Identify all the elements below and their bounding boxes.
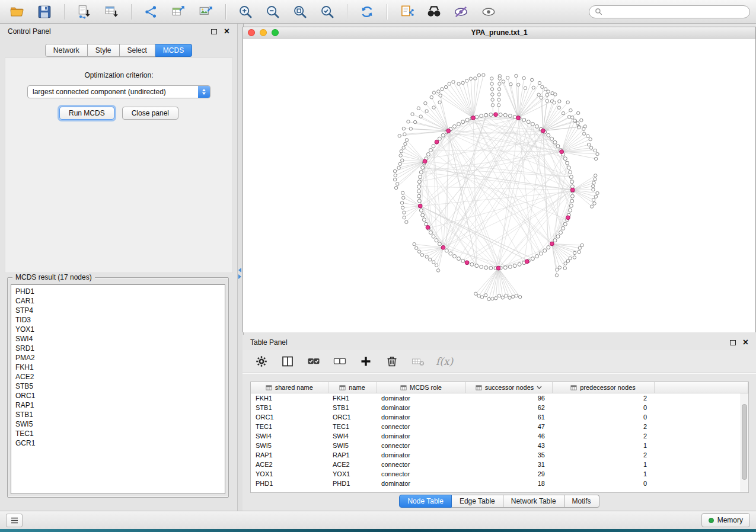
toolbar-button-zoom-fit[interactable]: [289, 2, 311, 21]
table-cell: PHD1: [328, 479, 377, 488]
table-tab-edge-table[interactable]: Edge Table: [452, 495, 503, 508]
float-table-panel-icon[interactable]: [730, 340, 736, 345]
column-header-name[interactable]: name: [328, 382, 377, 393]
toolbar-icon-group: [6, 2, 500, 21]
zoom-window-icon[interactable]: [272, 29, 279, 36]
result-node[interactable]: SWI4: [11, 334, 225, 344]
node-table-container: shared namenameMCDS rolesuccessor nodesp…: [250, 382, 749, 493]
column-header-mcds-role[interactable]: MCDS role: [377, 382, 465, 393]
network-window-titlebar[interactable]: YPA_prune.txt_1: [243, 27, 755, 39]
result-node[interactable]: RAP1: [11, 400, 225, 410]
network-canvas[interactable]: [243, 39, 755, 332]
table-cell: ACE2: [251, 460, 328, 469]
control-panel-header: Control Panel ×: [0, 24, 237, 39]
table-row[interactable]: STB1STB1dominator620: [251, 403, 748, 412]
column-header-successor-nodes[interactable]: successor nodes: [465, 382, 552, 393]
memory-button[interactable]: Memory: [701, 513, 750, 527]
table-toolbar-button-delete-row[interactable]: [384, 353, 400, 370]
toolbar-button-refresh-layout[interactable]: [356, 2, 378, 21]
search-field[interactable]: [589, 5, 750, 18]
table-row[interactable]: YOX1YOX1connector291: [251, 469, 748, 479]
close-panel-icon[interactable]: ×: [224, 27, 229, 36]
table-toolbar-button-clear-row[interactable]: [410, 353, 426, 370]
float-panel-icon[interactable]: [211, 29, 217, 34]
table-row[interactable]: RAP1RAP1dominator352: [251, 450, 748, 460]
toolbar-button-import-table[interactable]: [100, 2, 123, 21]
function-builder-button[interactable]: f(x): [436, 355, 453, 367]
toolbar-button-show-all[interactable]: [477, 2, 500, 21]
table-cell: dominator: [377, 412, 465, 422]
add-row-icon: [359, 354, 373, 368]
result-node[interactable]: CAR1: [11, 296, 225, 306]
toolbar-button-hide-selected[interactable]: [450, 2, 473, 21]
tab-mcds[interactable]: MCDS: [155, 44, 192, 57]
table-row[interactable]: FKH1FKH1dominator962: [251, 393, 748, 403]
table-row[interactable]: SWI5SWI5connector431: [251, 441, 748, 450]
refresh-layout-icon: [359, 4, 375, 20]
toolbar-button-search-network[interactable]: [423, 2, 445, 21]
toolbar-separator: [131, 4, 132, 20]
toolbar-button-open-folder[interactable]: [6, 2, 28, 21]
close-table-panel-icon[interactable]: ×: [743, 338, 748, 347]
splitter-collapse-icons[interactable]: [238, 268, 241, 279]
result-node[interactable]: TID3: [11, 315, 225, 325]
table-toolbar-button-add-row[interactable]: [358, 353, 374, 370]
table-scrollbar-thumb[interactable]: [742, 404, 747, 480]
tab-style[interactable]: Style: [88, 44, 120, 57]
table-tab-network-table[interactable]: Network Table: [503, 495, 564, 508]
toolbar-button-export-network[interactable]: [140, 2, 162, 21]
toolbar-button-import-network[interactable]: [73, 2, 95, 21]
table-row[interactable]: ORC1ORC1dominator610: [251, 412, 748, 422]
export-image-icon: [198, 4, 213, 20]
result-node[interactable]: SWI5: [11, 419, 225, 429]
result-node[interactable]: FKH1: [11, 363, 225, 372]
result-node[interactable]: STP4: [11, 306, 225, 315]
table-cell: 2: [552, 393, 654, 403]
column-header-predecessor-nodes[interactable]: predecessor nodes: [552, 382, 654, 393]
toolbar-button-share-document[interactable]: [395, 2, 418, 21]
result-node[interactable]: TEC1: [11, 429, 225, 438]
table-cell: connector: [377, 460, 465, 469]
table-tab-motifs[interactable]: Motifs: [564, 495, 599, 508]
result-node[interactable]: GCR1: [11, 438, 225, 448]
criterion-dropdown[interactable]: largest connected component (undirected): [27, 85, 210, 98]
close-window-icon[interactable]: [248, 29, 255, 36]
collapse-right-icon[interactable]: [238, 274, 241, 279]
result-node[interactable]: STB1: [11, 410, 225, 419]
collapse-left-icon[interactable]: [238, 268, 241, 273]
result-node[interactable]: STB5: [11, 382, 225, 391]
status-menu-button[interactable]: [6, 514, 23, 527]
toolbar-button-save[interactable]: [33, 2, 56, 21]
toolbar-button-zoom-in[interactable]: [234, 2, 257, 21]
toolbar-button-export-image[interactable]: [194, 2, 217, 21]
table-toolbar-button-select-all[interactable]: [305, 353, 322, 370]
result-node[interactable]: ACE2: [11, 372, 225, 382]
table-row[interactable]: TEC1TEC1connector472: [251, 422, 748, 431]
table-toolbar-button-columns[interactable]: [279, 353, 296, 370]
result-node[interactable]: PMA2: [11, 353, 225, 363]
table-tab-node-table[interactable]: Node Table: [399, 495, 452, 508]
result-node[interactable]: YOX1: [11, 325, 225, 334]
table-toolbar-button-deselect-all[interactable]: [331, 353, 348, 370]
table-scrollbar[interactable]: [741, 393, 748, 492]
minimize-window-icon[interactable]: [260, 29, 267, 36]
result-node[interactable]: ORC1: [11, 391, 225, 400]
toolbar-button-export-table[interactable]: [167, 2, 190, 21]
tab-select[interactable]: Select: [120, 44, 155, 57]
run-mcds-button[interactable]: Run MCDS: [59, 107, 114, 120]
column-header-shared-name[interactable]: shared name: [251, 382, 328, 393]
close-panel-button[interactable]: Close panel: [122, 107, 178, 120]
result-node[interactable]: SRD1: [11, 344, 225, 353]
table-row[interactable]: PHD1PHD1dominator180: [251, 479, 748, 488]
mcds-result-list[interactable]: PHD1CAR1STP4TID3YOX1SWI4SRD1PMA2FKH1ACE2…: [11, 284, 225, 494]
table-row[interactable]: SWI4SWI4dominator462: [251, 431, 748, 441]
toolbar-button-zoom-selected[interactable]: [316, 2, 339, 21]
tab-network[interactable]: Network: [45, 44, 88, 57]
table-toolbar-button-gear[interactable]: [253, 353, 270, 370]
result-node[interactable]: PHD1: [11, 287, 225, 296]
table-cell: connector: [377, 441, 465, 450]
toolbar-button-zoom-out[interactable]: [261, 2, 284, 21]
search-input[interactable]: [606, 7, 744, 17]
control-panel: Control Panel × NetworkStyleSelectMCDS O…: [0, 24, 237, 511]
table-row[interactable]: ACE2ACE2connector311: [251, 460, 748, 469]
